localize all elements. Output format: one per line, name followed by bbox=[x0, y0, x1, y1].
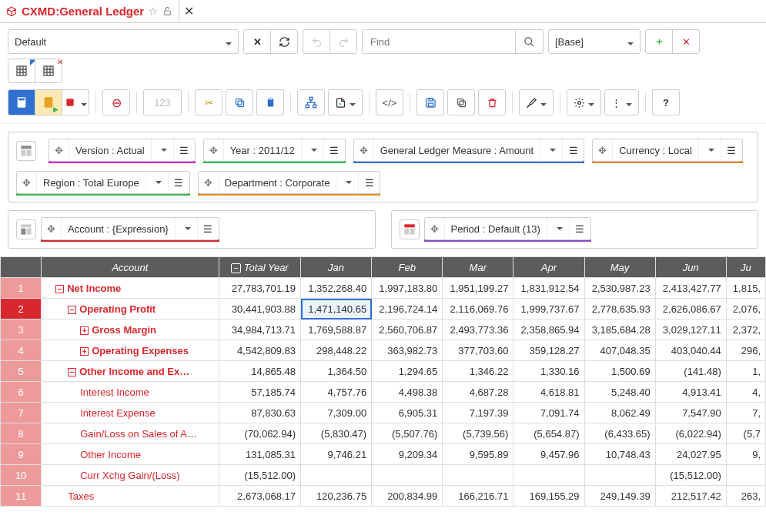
data-cell[interactable]: 212,517.42 bbox=[655, 486, 726, 507]
data-cell[interactable]: 2,076, bbox=[726, 299, 765, 320]
data-cell[interactable]: 4,757.76 bbox=[301, 382, 372, 403]
table-row[interactable]: 4+Operating Expenses4,542,809.83298,448.… bbox=[1, 340, 766, 361]
move-icon[interactable]: ✥ bbox=[354, 139, 374, 161]
row-number[interactable]: 2 bbox=[1, 299, 42, 320]
account-cell[interactable]: +Operating Expenses bbox=[42, 340, 219, 361]
data-cell[interactable]: (5,830.47) bbox=[301, 423, 372, 444]
move-icon[interactable]: ✥ bbox=[199, 172, 219, 193]
chevron-down-icon[interactable] bbox=[151, 139, 173, 161]
list-icon[interactable]: ☰ bbox=[173, 139, 195, 161]
data-cell[interactable]: 377,703.60 bbox=[443, 340, 513, 361]
undo-button[interactable] bbox=[303, 29, 330, 54]
delete-button[interactable] bbox=[478, 89, 506, 115]
table-row[interactable]: 1−Net Income27,783,701.191,352,268.401,9… bbox=[1, 278, 766, 299]
data-cell[interactable] bbox=[443, 465, 513, 486]
table-row[interactable]: 10Curr Xchg Gain/(Loss)(15,512.00)(15,51… bbox=[1, 465, 766, 486]
column-header[interactable]: −Total Year bbox=[219, 257, 300, 278]
column-header[interactable]: Ju bbox=[726, 257, 765, 278]
cols-axis-label[interactable]: Period : Default (13) bbox=[445, 223, 547, 235]
paste-button[interactable] bbox=[256, 89, 284, 115]
data-cell[interactable]: 2,560,706.87 bbox=[372, 320, 443, 340]
data-cell[interactable]: 7, bbox=[726, 403, 765, 423]
collapse-icon[interactable]: − bbox=[231, 263, 241, 273]
account-cell[interactable]: −Net Income bbox=[42, 278, 219, 299]
filter-region-label[interactable]: Region : Total Europe bbox=[37, 177, 146, 189]
list-icon[interactable]: ☰ bbox=[323, 139, 345, 161]
data-cell[interactable]: 1,294.65 bbox=[372, 361, 443, 382]
delete-row-button[interactable]: ⊖ bbox=[102, 89, 130, 115]
data-cell[interactable]: (5,654.87) bbox=[513, 423, 584, 444]
filter-measure-label[interactable]: General Ledger Measure : Amount bbox=[374, 145, 540, 156]
help-button[interactable]: ? bbox=[652, 89, 680, 115]
data-cell[interactable]: 359,128.27 bbox=[513, 340, 584, 361]
data-cell[interactable]: 57,185.74 bbox=[219, 382, 300, 403]
data-cell[interactable]: 24,027.95 bbox=[655, 444, 726, 465]
data-cell[interactable]: 7,547.90 bbox=[655, 403, 726, 423]
table-row[interactable]: 7Interest Expense87,830.637,309.006,905.… bbox=[1, 403, 766, 423]
data-cell[interactable]: (6,433.65) bbox=[584, 423, 655, 444]
data-cell[interactable]: 263, bbox=[726, 486, 765, 507]
data-cell[interactable]: 1,346.22 bbox=[443, 361, 513, 382]
table-row[interactable]: 9Other Income131,085.319,746.219,209.349… bbox=[1, 444, 766, 465]
collapse-icon[interactable]: − bbox=[68, 306, 76, 314]
brush-button[interactable] bbox=[519, 89, 554, 115]
data-cell[interactable]: 1,769,588.87 bbox=[301, 320, 372, 340]
column-header[interactable]: Jun bbox=[655, 257, 726, 278]
data-cell[interactable]: 5,248.40 bbox=[584, 382, 655, 403]
chevron-down-icon[interactable] bbox=[698, 139, 721, 161]
column-header[interactable]: Feb bbox=[372, 257, 443, 278]
table-row[interactable]: 2−Operating Profit30,441,903.881,471,140… bbox=[1, 299, 766, 320]
move-icon[interactable]: ✥ bbox=[42, 218, 62, 239]
filter-grid-icon[interactable] bbox=[16, 141, 36, 161]
data-cell[interactable]: 9,746.21 bbox=[301, 444, 372, 465]
data-cell[interactable] bbox=[372, 465, 443, 486]
list-icon[interactable]: ☰ bbox=[721, 139, 742, 161]
account-cell[interactable]: +Gross Margin bbox=[42, 320, 219, 340]
chevron-down-icon[interactable] bbox=[336, 172, 358, 193]
copy-button[interactable] bbox=[226, 89, 253, 115]
table-row[interactable]: 3+Gross Margin34,984,713.711,769,588.872… bbox=[1, 320, 766, 340]
move-icon[interactable]: ✥ bbox=[425, 218, 445, 239]
find-button[interactable] bbox=[516, 29, 544, 54]
list-icon[interactable]: ☰ bbox=[358, 172, 380, 193]
data-cell[interactable] bbox=[301, 465, 372, 486]
collapse-icon[interactable]: − bbox=[55, 285, 64, 293]
data-cell[interactable]: 2,493,773.36 bbox=[443, 320, 513, 340]
close-tab-button[interactable]: ✕ bbox=[179, 4, 199, 18]
data-cell[interactable]: 2,358,865.94 bbox=[513, 320, 584, 340]
unlock-icon[interactable] bbox=[162, 6, 172, 16]
data-cell[interactable]: 4,618.81 bbox=[513, 382, 584, 403]
duplicate-button[interactable] bbox=[447, 89, 475, 115]
filter-currency-label[interactable]: Currency : Local bbox=[613, 145, 698, 156]
data-cell[interactable]: 169,155.29 bbox=[513, 486, 584, 507]
chevron-down-icon[interactable] bbox=[146, 172, 168, 193]
star-icon[interactable]: ☆ bbox=[149, 5, 158, 17]
data-cell[interactable]: 2,530,987.23 bbox=[584, 278, 655, 299]
data-cell[interactable]: 4, bbox=[726, 382, 765, 403]
data-cell[interactable]: 166,216.71 bbox=[443, 486, 513, 507]
expand-icon[interactable]: + bbox=[80, 326, 89, 335]
data-cell[interactable]: 1,831,912.54 bbox=[513, 278, 584, 299]
add-button[interactable]: ＋ bbox=[645, 29, 673, 54]
chevron-down-icon[interactable] bbox=[540, 139, 562, 161]
data-cell[interactable]: 1,352,268.40 bbox=[301, 278, 372, 299]
rows-icon[interactable] bbox=[16, 219, 36, 239]
data-cell[interactable]: 1,999,737.67 bbox=[513, 299, 584, 320]
data-cell[interactable]: 131,085.31 bbox=[219, 444, 300, 465]
save-button[interactable] bbox=[416, 89, 444, 115]
data-cell[interactable]: 2,372, bbox=[726, 320, 765, 340]
row-number[interactable]: 7 bbox=[1, 403, 42, 423]
row-number[interactable]: 5 bbox=[1, 361, 42, 382]
account-cell[interactable]: −Operating Profit bbox=[42, 299, 219, 320]
data-cell[interactable]: 6,905.31 bbox=[372, 403, 443, 423]
data-cell[interactable]: 7,309.00 bbox=[301, 403, 372, 423]
redo-button[interactable] bbox=[329, 29, 357, 54]
collapse-icon[interactable]: − bbox=[68, 368, 76, 376]
data-cell[interactable]: 7,091.74 bbox=[513, 403, 584, 423]
filter-version-label[interactable]: Version : Actual bbox=[69, 145, 151, 156]
calc-flag-button[interactable]: ▶ bbox=[35, 89, 62, 115]
account-cell[interactable]: Taxes bbox=[42, 486, 219, 507]
export-excel-button[interactable]: x bbox=[328, 89, 363, 115]
account-cell[interactable]: Interest Expense bbox=[42, 403, 219, 423]
data-cell[interactable]: 4,542,809.83 bbox=[219, 340, 300, 361]
